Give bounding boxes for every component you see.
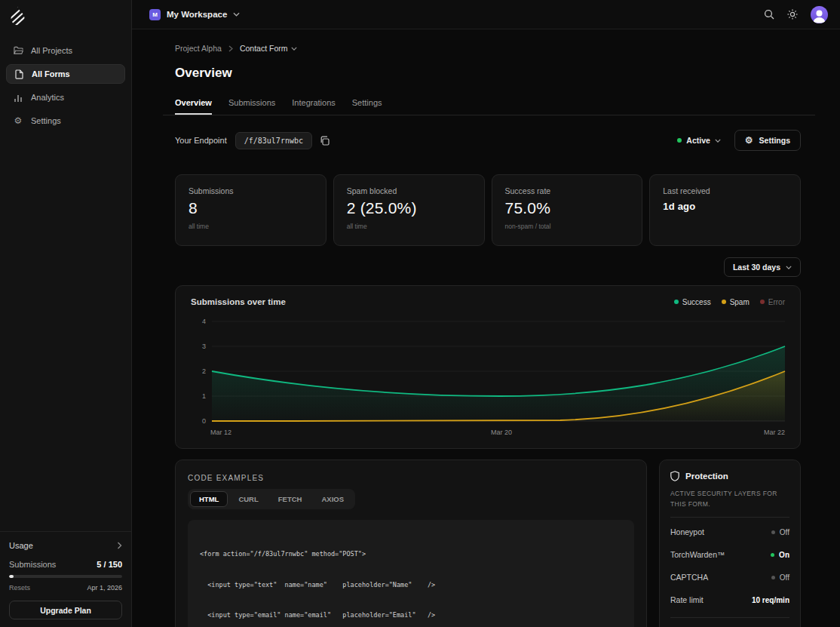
upgrade-plan-button[interactable]: Upgrade Plan xyxy=(9,601,122,619)
divider xyxy=(670,517,789,518)
protection-row-torchwarden: TorchWarden™ On xyxy=(670,543,789,566)
svg-text:Mar 12: Mar 12 xyxy=(210,429,231,436)
status-label: Active xyxy=(686,136,710,145)
code-examples-card: CODE EXAMPLES HTML CURL FETCH AXIOS <for… xyxy=(175,459,647,627)
protection-row-captcha: CAPTCHA Off xyxy=(670,566,789,589)
tab-settings[interactable]: Settings xyxy=(352,94,382,115)
chevron-down-icon xyxy=(715,139,721,143)
legend-dot-icon xyxy=(674,300,679,304)
file-icon xyxy=(14,69,24,79)
protection-row-label: Rate limit xyxy=(670,595,704,604)
usage-progress-bar xyxy=(9,575,122,578)
chevron-right-icon xyxy=(228,45,233,52)
code-examples-heading: CODE EXAMPLES xyxy=(188,474,634,482)
code-line: <form action="/f/83ul7rnwbc" method="POS… xyxy=(200,549,622,560)
status-dot-icon xyxy=(771,576,775,579)
status-dot-icon xyxy=(771,553,774,557)
breadcrumb-project[interactable]: Project Alpha xyxy=(175,44,222,53)
svg-text:3: 3 xyxy=(202,343,206,350)
chart-header: Submissions over time Success Spam Error xyxy=(191,297,785,306)
sidebar-item-label: Analytics xyxy=(31,93,64,102)
stat-value: 75.0% xyxy=(505,199,630,217)
legend-label: Error xyxy=(768,298,785,306)
tab-overview[interactable]: Overview xyxy=(175,94,212,115)
usage-header[interactable]: Usage xyxy=(9,541,122,550)
breadcrumb-form-selector[interactable]: Contact Form xyxy=(240,44,298,53)
protection-row-label: CAPTCHA xyxy=(670,573,708,582)
usage-submissions-label: Submissions xyxy=(9,560,56,569)
search-button[interactable] xyxy=(764,9,774,20)
protection-subtitle: ACTIVE SECURITY LAYERS FOR THIS FORM. xyxy=(670,488,789,509)
sidebar-item-all-projects[interactable]: All Projects xyxy=(6,41,125,60)
tab-integrations[interactable]: Integrations xyxy=(292,94,335,115)
app-logo[interactable] xyxy=(0,0,131,30)
endpoint-label: Your Endpoint xyxy=(175,136,227,145)
protection-row-state: 10 req/min xyxy=(752,596,789,604)
protection-row-state: Off xyxy=(780,528,789,536)
usage-panel: Usage Submissions 5 / 150 Resets Apr 1, … xyxy=(0,531,131,627)
endpoint-path[interactable]: /f/83ul7rnwbc xyxy=(235,132,312,149)
user-avatar[interactable] xyxy=(811,6,828,23)
chart-legend: Success Spam Error xyxy=(674,298,785,306)
legend-spam[interactable]: Spam xyxy=(722,298,750,306)
page-title: Overview xyxy=(175,66,801,81)
legend-success[interactable]: Success xyxy=(674,298,711,306)
sidebar-item-all-forms[interactable]: All Forms xyxy=(6,64,125,84)
protection-row-state: Off xyxy=(780,573,789,582)
date-range-label: Last 30 days xyxy=(733,263,780,272)
workspace-badge: M xyxy=(149,9,161,20)
workspace-switcher[interactable]: M My Workspace xyxy=(149,9,240,20)
form-settings-button[interactable]: ⚙ Settings xyxy=(734,130,801,151)
breadcrumb-form-label: Contact Form xyxy=(240,44,288,53)
code-tab-fetch[interactable]: FETCH xyxy=(269,491,311,507)
usage-submissions-row: Submissions 5 / 150 xyxy=(9,560,122,569)
breadcrumb: Project Alpha Contact Form xyxy=(175,44,801,53)
date-range-selector[interactable]: Last 30 days xyxy=(724,257,801,277)
chevron-right-icon xyxy=(117,542,122,549)
endpoint-row: Your Endpoint /f/83ul7rnwbc Active ⚙ Set… xyxy=(175,130,801,151)
stat-card-last-received: Last received 1d ago xyxy=(649,174,801,246)
sidebar-item-settings[interactable]: ⚙ Settings xyxy=(6,111,125,131)
copy-icon xyxy=(320,136,330,146)
code-snippet[interactable]: <form action="/f/83ul7rnwbc" method="POS… xyxy=(188,520,634,627)
svg-text:Mar 20: Mar 20 xyxy=(491,429,512,436)
legend-label: Spam xyxy=(730,298,750,306)
code-tab-axios[interactable]: AXIOS xyxy=(312,491,353,507)
protection-rows: Honeypot Off TorchWarden™ On CAPTCHA xyxy=(670,521,789,611)
status-dot-icon xyxy=(771,530,775,534)
tab-submissions[interactable]: Submissions xyxy=(228,94,275,115)
sidebar-item-analytics[interactable]: Analytics xyxy=(6,88,125,107)
line-chart[interactable]: 4 3 2 1 0 Mar 12 Mar 20 Mar 22 xyxy=(191,312,786,439)
gear-icon: ⚙ xyxy=(13,115,23,126)
protection-row-value: 10 req/min xyxy=(752,596,789,604)
stat-card-spam-blocked: Spam blocked 2 (25.0%) all time xyxy=(333,174,485,246)
theme-toggle-button[interactable] xyxy=(787,9,798,20)
sidebar: All Projects All Forms Analytics xyxy=(0,0,132,627)
protection-row-value: Off xyxy=(771,573,789,582)
svg-text:Mar 22: Mar 22 xyxy=(764,429,785,436)
protection-row-value: Off xyxy=(771,528,789,536)
usage-resets-row: Resets Apr 1, 2026 xyxy=(9,584,122,592)
stat-label: Spam blocked xyxy=(347,186,471,195)
legend-error[interactable]: Error xyxy=(760,298,785,306)
workspace-name: My Workspace xyxy=(167,10,227,19)
svg-text:4: 4 xyxy=(202,318,206,325)
protection-row-value: On xyxy=(771,551,789,559)
protection-card: Protection ACTIVE SECURITY LAYERS FOR TH… xyxy=(659,459,801,627)
x-axis-ticks: Mar 12 Mar 20 Mar 22 xyxy=(210,429,785,436)
code-tab-html[interactable]: HTML xyxy=(190,491,228,507)
status-dropdown[interactable]: Active xyxy=(677,136,721,145)
y-axis-ticks: 4 3 2 1 0 xyxy=(202,318,206,425)
sidebar-item-label: Settings xyxy=(31,116,61,125)
protection-row-state: On xyxy=(779,551,789,559)
usage-progress-fill xyxy=(9,575,14,578)
gear-icon: ⚙ xyxy=(745,135,753,146)
legend-label: Success xyxy=(682,298,711,306)
code-tab-curl[interactable]: CURL xyxy=(229,491,267,507)
shield-icon xyxy=(670,471,679,481)
protection-row-label: Honeypot xyxy=(670,527,704,536)
stat-sub: all time xyxy=(189,223,313,230)
usage-submissions-value: 5 / 150 xyxy=(97,560,122,569)
sidebar-item-label: All Projects xyxy=(31,46,72,55)
copy-endpoint-button[interactable] xyxy=(320,136,330,146)
